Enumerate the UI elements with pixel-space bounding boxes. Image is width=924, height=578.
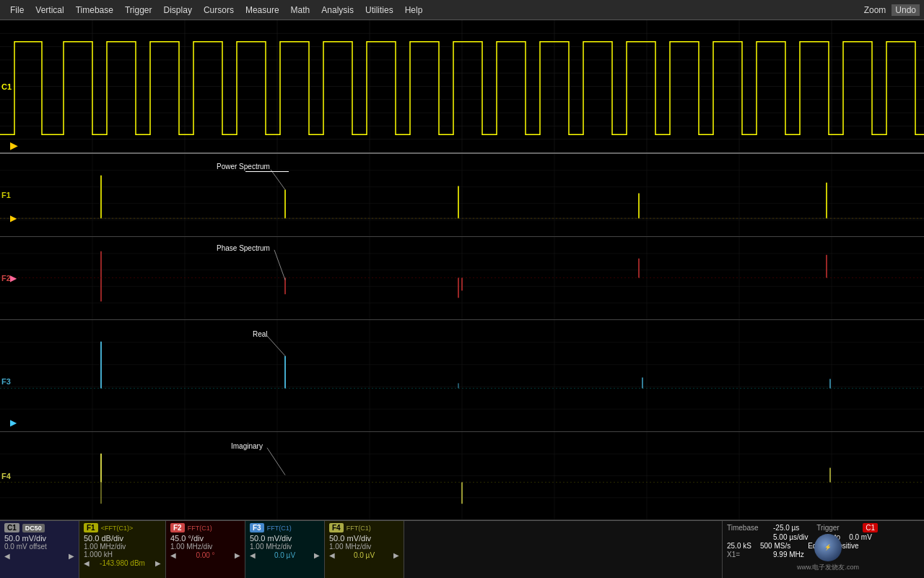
timebase-label: Timebase [727, 524, 770, 532]
c1-right-arrow: ▶ [69, 552, 74, 560]
f3-mv-div: 50.0 mV/div [250, 534, 320, 543]
c1-badge: C1 [4, 523, 19, 532]
watermark-site: www.电子发烧友.com [797, 563, 859, 572]
f4-badge: F4 [329, 523, 344, 532]
f3-bottom-val: 0.0 µV [274, 551, 295, 559]
f3-right-arrow: ▶ [314, 551, 320, 559]
c1-triangle-marker: ▶ [10, 139, 18, 151]
menu-vertical[interactable]: Vertical [30, 4, 69, 17]
channel-f2-panel: F2 ▶ Phase Spectrum [0, 237, 924, 320]
f4-right-arrow: ▶ [393, 551, 399, 559]
f1-left-arrow: ◀ [84, 559, 90, 567]
f4-imaginary-label: Imaginary [231, 442, 263, 450]
f3-real-label: Real [253, 330, 268, 338]
f1-badge: F1 [84, 523, 98, 532]
f2-left-arrow: ◀ [170, 551, 176, 559]
f2-func-label: FFT(C1) [188, 525, 212, 532]
f3-freq-div: 1.00 MHz/div [250, 543, 320, 551]
f1-label: F1 [1, 191, 11, 199]
c1-dc50-badge: DC50 [22, 524, 45, 532]
f1-func-label: <FFT(C1)> [101, 525, 134, 532]
f1-grid [0, 154, 924, 236]
c1-voltage-div: 50.0 mV/div [4, 534, 74, 543]
trigger-channel-badge: C1 [863, 523, 878, 532]
f2-status: F2 FFT(C1) 45.0 °/div 1.00 MHz/div ◀ 0.0… [166, 521, 245, 578]
zoom-button[interactable]: Zoom [864, 5, 886, 15]
f1-power-spectrum-label: Power Spectrum [217, 163, 270, 171]
f1-freq: 1.000 kH [84, 551, 161, 558]
trigger-label: Trigger [816, 524, 860, 532]
f1-status: F1 <FFT(C1)> 50.0 dB/div 1.00 MHz/div 1.… [79, 521, 166, 578]
c1-status: C1 DC50 50.0 mV/div 0.0 mV offset ◀ ▶ [0, 521, 79, 578]
f1-bottom-val: -143.980 dBm [100, 559, 145, 567]
f1-freq-div: 1.00 MHz/div [84, 543, 161, 551]
watermark: ⚡ www.电子发烧友.com [797, 534, 859, 572]
menu-file[interactable]: File [4, 4, 30, 17]
watermark-circle: ⚡ [814, 534, 842, 561]
f4-left-arrow: ◀ [329, 551, 335, 559]
f3-grid [0, 320, 924, 431]
watermark-icon: ⚡ [824, 544, 832, 551]
f2-badge: F2 [170, 523, 185, 532]
f3-triangle-marker: ▶ [10, 418, 17, 428]
f4-status: F4 FFT(C1) 50.0 mV/div 1.00 MHz/div ◀ 0.… [325, 521, 404, 578]
menu-timebase[interactable]: Timebase [70, 4, 119, 17]
c1-offset: 0.0 mV offset [4, 543, 74, 551]
c1-left-arrow: ◀ [4, 552, 10, 560]
f1-triangle-marker: ▶ [10, 213, 17, 223]
f3-left-arrow: ◀ [250, 551, 256, 559]
f4-label: F4 [1, 472, 11, 480]
right-status-panel: Timebase -25.0 µs Trigger C1 5.00 µs/div… [722, 521, 924, 578]
f4-func-label: FFT(C1) [346, 525, 371, 532]
sample-rate: 500 MS/s [760, 542, 790, 550]
c1-label: C1 [1, 82, 12, 91]
f4-freq-div: 1.00 MHz/div [329, 543, 399, 551]
samples-label: 25.0 kS [727, 542, 751, 550]
timebase-value: -25.0 µs [773, 524, 799, 532]
f2-bottom-val: 0.00 ° [196, 551, 214, 559]
menu-analysis[interactable]: Analysis [315, 4, 359, 17]
f3-func-label: FFT(C1) [267, 525, 292, 532]
f1-db-div: 50.0 dB/div [84, 534, 161, 543]
f2-deg-div: 45.0 °/div [170, 534, 240, 543]
menu-measure[interactable]: Measure [240, 4, 285, 17]
f2-freq-div: 1.00 MHz/div [170, 543, 240, 551]
f3-badge: F3 [250, 523, 264, 532]
f4-mv-div: 50.0 mV/div [329, 534, 399, 543]
statusbar: C1 DC50 50.0 mV/div 0.0 mV offset ◀ ▶ F1… [0, 520, 924, 578]
f3-label: F3 [1, 377, 11, 386]
undo-button[interactable]: Undo [892, 4, 920, 16]
channel-f4-panel: F4 Imaginary [0, 432, 924, 520]
scope-area: C1 ▶ [0, 20, 924, 520]
f3-status: F3 FFT(C1) 50.0 mV/div 1.00 MHz/div ◀ 0.… [245, 521, 325, 578]
f4-grid [0, 432, 924, 519]
menubar: File Vertical Timebase Trigger Display C… [0, 0, 924, 20]
f2-phase-spectrum-label: Phase Spectrum [217, 244, 270, 252]
f4-bottom-val: 0.0 µV [354, 551, 375, 559]
f1-right-arrow: ▶ [155, 559, 161, 567]
menu-display[interactable]: Display [158, 4, 198, 17]
menu-help[interactable]: Help [399, 4, 429, 17]
menu-cursors[interactable]: Cursors [198, 4, 240, 17]
c1-grid [0, 20, 924, 152]
menu-trigger[interactable]: Trigger [119, 4, 158, 17]
cursor-x1-label: X1= [727, 551, 770, 558]
channel-f3-panel: F3 ▶ Real [0, 320, 924, 432]
menu-utilities[interactable]: Utilities [359, 4, 399, 17]
f2-right-arrow: ▶ [235, 551, 240, 559]
f2-triangle-marker: ▶ [10, 273, 17, 283]
menu-math[interactable]: Math [285, 4, 316, 17]
f2-grid [0, 237, 924, 319]
channel-c1-panel: C1 ▶ [0, 20, 924, 154]
channel-f1-panel: F1 ▶ Power Spectrum [0, 154, 924, 237]
f2-label: F2 [1, 274, 11, 282]
